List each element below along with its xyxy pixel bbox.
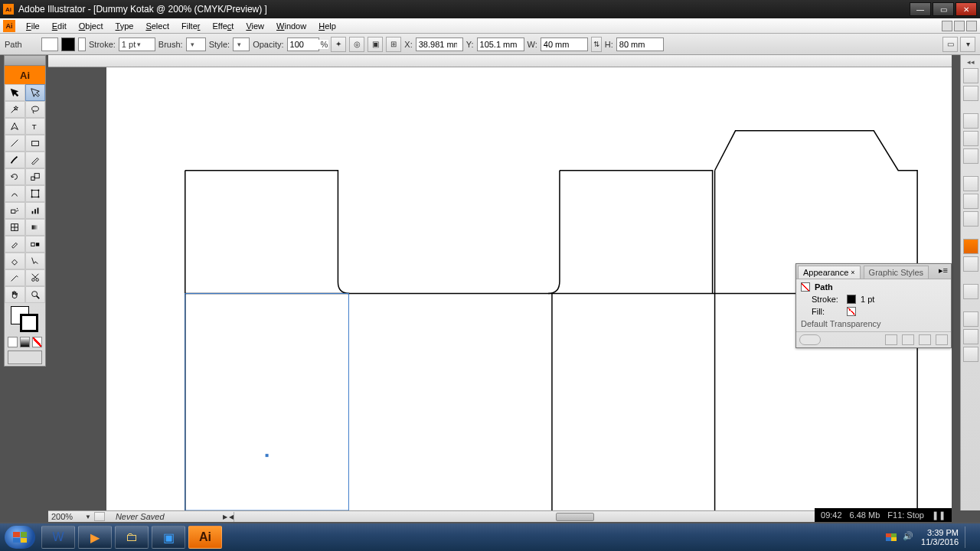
rotate-tool[interactable] bbox=[5, 168, 25, 185]
minimize-button[interactable]: — bbox=[910, 2, 931, 16]
taskbar-media-player[interactable]: ▶ bbox=[78, 526, 112, 549]
brush-field[interactable] bbox=[186, 37, 206, 51]
scissors-tool[interactable] bbox=[25, 269, 46, 286]
tab-graphic-styles[interactable]: Graphic Styles bbox=[864, 266, 929, 279]
magic-wand-tool[interactable] bbox=[5, 101, 25, 118]
doc-minimize-icon[interactable] bbox=[942, 21, 952, 31]
fill-dropdown[interactable] bbox=[41, 37, 58, 51]
tab-appearance[interactable]: Appearance× bbox=[798, 266, 861, 279]
color-panel-icon[interactable] bbox=[963, 68, 978, 83]
tray-volume-icon[interactable]: 🔊 bbox=[903, 531, 915, 543]
duplicate-icon[interactable] bbox=[919, 334, 931, 345]
stroke-color[interactable] bbox=[20, 314, 38, 332]
panel-fill-swatch[interactable] bbox=[847, 307, 856, 316]
scrollbar-thumb[interactable] bbox=[556, 513, 594, 521]
layers-panel-icon[interactable] bbox=[963, 284, 978, 299]
clear-appearance-icon[interactable] bbox=[885, 334, 897, 345]
paintbrush-tool[interactable] bbox=[5, 152, 25, 168]
warp-tool[interactable] bbox=[5, 185, 25, 202]
new-art-toggle[interactable] bbox=[799, 334, 821, 345]
rec-pause-icon[interactable]: ❚❚ bbox=[932, 510, 946, 520]
menu-edit[interactable]: Edit bbox=[46, 20, 73, 32]
hand-tool[interactable] bbox=[5, 286, 25, 303]
taskbar-clock[interactable]: 3:39 PM 11/3/2016 bbox=[921, 528, 959, 546]
close-icon[interactable]: × bbox=[851, 269, 854, 276]
menu-type[interactable]: Type bbox=[109, 20, 140, 32]
taskbar-word[interactable]: W bbox=[41, 526, 75, 549]
ruler-horizontal[interactable] bbox=[48, 55, 952, 67]
symbols-panel-icon[interactable] bbox=[963, 148, 978, 164]
stroke-panel-icon[interactable] bbox=[963, 176, 978, 191]
graphic-styles-panel-icon[interactable] bbox=[963, 256, 978, 272]
doc-restore-icon[interactable] bbox=[954, 21, 965, 31]
taskbar-app[interactable]: ▣ bbox=[152, 526, 185, 549]
gradient-tool[interactable] bbox=[25, 219, 46, 236]
menu-filter[interactable]: Filter bbox=[175, 20, 206, 32]
live-paint-tool[interactable] bbox=[5, 253, 25, 269]
wand-icon[interactable]: ✦ bbox=[331, 37, 346, 52]
selection-tool[interactable] bbox=[5, 84, 25, 101]
h-field[interactable] bbox=[616, 37, 664, 51]
appearance-panel[interactable]: Appearance× Graphic Styles ▸≡ Path Strok… bbox=[795, 263, 952, 348]
scale-tool[interactable] bbox=[25, 168, 46, 185]
color-mode-icon[interactable] bbox=[8, 337, 18, 347]
stroke-dropdown[interactable] bbox=[78, 37, 86, 51]
align-panel-icon[interactable] bbox=[963, 329, 978, 344]
swatches-panel-icon[interactable] bbox=[963, 113, 978, 129]
link-wh-icon[interactable]: ⇅ bbox=[591, 37, 602, 52]
gradient-mode-icon[interactable] bbox=[20, 337, 30, 347]
w-field[interactable] bbox=[541, 37, 588, 51]
opacity-field[interactable] bbox=[287, 37, 319, 51]
close-button[interactable]: ✕ bbox=[956, 2, 977, 16]
zoom-tool[interactable] bbox=[25, 286, 46, 303]
menu-select[interactable]: Select bbox=[139, 20, 175, 32]
line-tool[interactable] bbox=[5, 135, 25, 152]
style-field[interactable] bbox=[233, 37, 250, 51]
screen-mode-toggle[interactable] bbox=[8, 350, 42, 364]
menu-view[interactable]: View bbox=[240, 20, 270, 32]
show-desktop-button[interactable] bbox=[965, 527, 971, 548]
free-transform-tool[interactable] bbox=[25, 185, 46, 202]
none-mode-icon[interactable] bbox=[32, 337, 42, 347]
pencil-tool[interactable] bbox=[25, 152, 46, 168]
panel-menu-icon[interactable]: ▸≡ bbox=[936, 264, 951, 279]
globe-icon[interactable]: ◎ bbox=[349, 37, 364, 52]
stroke-swatch[interactable] bbox=[61, 37, 75, 51]
rectangle-tool[interactable] bbox=[25, 135, 46, 152]
zoom-level[interactable]: 200% bbox=[48, 512, 85, 521]
lasso-tool[interactable] bbox=[25, 101, 46, 118]
pen-tool[interactable] bbox=[5, 118, 25, 135]
eyedropper-tool[interactable] bbox=[5, 236, 25, 253]
delete-icon[interactable] bbox=[936, 334, 948, 345]
direct-selection-tool[interactable] bbox=[25, 84, 46, 101]
graph-tool[interactable] bbox=[25, 202, 46, 219]
live-paint-selection-tool[interactable] bbox=[25, 253, 46, 269]
menu-window[interactable]: Window bbox=[270, 20, 312, 32]
menu-object[interactable]: Object bbox=[73, 20, 109, 32]
menu-file[interactable]: File bbox=[20, 20, 46, 32]
transparency-panel-icon[interactable] bbox=[963, 211, 978, 227]
toolbox-grip[interactable] bbox=[5, 56, 45, 66]
transform-panel-icon[interactable] bbox=[963, 311, 978, 327]
start-button[interactable] bbox=[5, 526, 35, 549]
menu-help[interactable]: Help bbox=[312, 20, 342, 32]
maximize-button[interactable]: ▭ bbox=[933, 2, 954, 16]
x-field[interactable] bbox=[416, 37, 463, 51]
panel-menu-icon[interactable]: ▾ bbox=[960, 37, 975, 52]
mesh-tool[interactable] bbox=[5, 219, 25, 236]
tray-action-center-icon[interactable] bbox=[886, 533, 897, 541]
color-picker[interactable] bbox=[5, 303, 45, 335]
gradient-panel-icon[interactable] bbox=[963, 194, 978, 209]
brushes-panel-icon[interactable] bbox=[963, 131, 978, 146]
slice-tool[interactable] bbox=[5, 269, 25, 286]
menu-effect[interactable]: Effect bbox=[206, 20, 240, 32]
symbol-sprayer-tool[interactable] bbox=[5, 202, 25, 219]
nav-icon[interactable] bbox=[94, 512, 105, 521]
reduce-icon[interactable] bbox=[902, 334, 914, 345]
align-icon[interactable]: ▣ bbox=[368, 37, 383, 52]
blend-tool[interactable] bbox=[25, 236, 46, 253]
stroke-weight-field[interactable]: 1 pt bbox=[119, 37, 155, 51]
pathfinder-panel-icon[interactable] bbox=[963, 347, 978, 362]
screen-mode-icon[interactable]: ▭ bbox=[942, 37, 958, 52]
appearance-panel-icon[interactable] bbox=[963, 239, 978, 254]
